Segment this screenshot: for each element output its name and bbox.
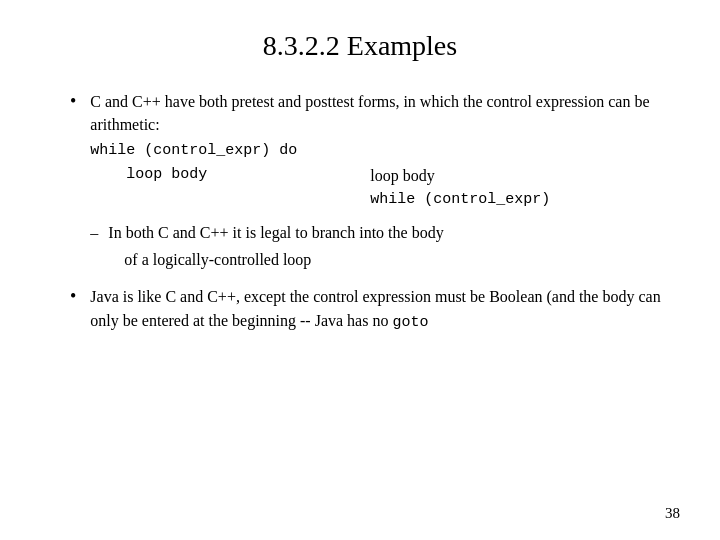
loop-right-label: loop body (310, 164, 434, 187)
bullet-item-1: • C and C++ have both pretest and postte… (70, 90, 670, 271)
bullet-text-2: Java is like C and C++, except the contr… (90, 285, 670, 333)
while-right-code: while (control_expr) (310, 189, 550, 211)
bullet-item-2: • Java is like C and C++, except the con… (70, 285, 670, 333)
bullet-dot-2: • (70, 286, 76, 307)
loop-row: loop body loop body (90, 164, 670, 187)
bullet-text-1: C and C++ have both pretest and posttest… (90, 90, 670, 271)
slide-title: 8.3.2.2 Examples (50, 30, 670, 62)
dash-item: – In both C and C++ it is legal to branc… (90, 221, 670, 244)
slide-content: • C and C++ have both pretest and postte… (50, 90, 670, 333)
bullet1-code-line: while (control_expr) do (90, 140, 670, 162)
bullet-dot-1: • (70, 91, 76, 112)
dash-text: In both C and C++ it is legal to branch … (108, 221, 443, 244)
loop-left-label: loop body (90, 164, 310, 187)
while-right-row: while (control_expr) (90, 189, 670, 211)
bullet2-text: Java is like C and C++, except the contr… (90, 288, 660, 328)
slide: 8.3.2.2 Examples • C and C++ have both p… (0, 0, 720, 540)
dash-symbol: – (90, 221, 98, 244)
loop-left-empty (90, 189, 310, 211)
goto-code: goto (392, 314, 428, 331)
logical-loop-text: of a logically-controlled loop (90, 248, 670, 271)
page-number: 38 (665, 505, 680, 522)
bullet1-text1: C and C++ have both pretest and posttest… (90, 93, 649, 133)
